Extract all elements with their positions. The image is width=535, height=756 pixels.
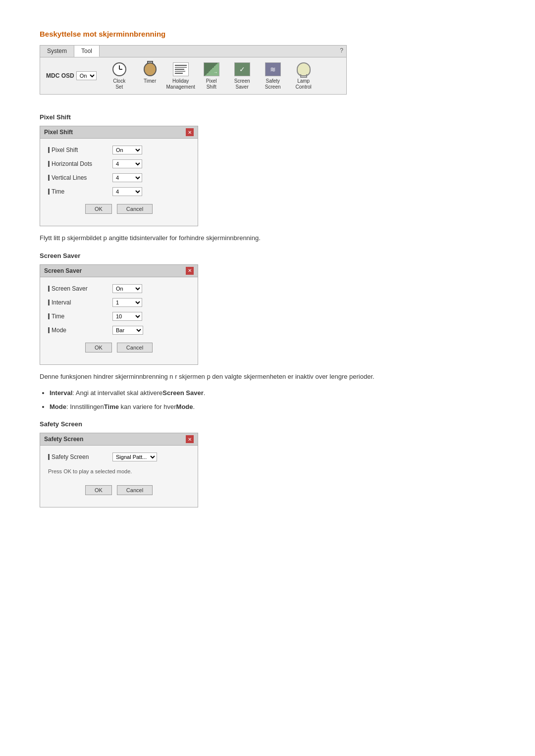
lamp-control-icon — [297, 62, 311, 76]
ss-time-select[interactable]: 10520 — [112, 312, 142, 321]
lamp-control-label: LampControl — [296, 78, 312, 90]
toolbar-tabs: System Tool ? — [40, 46, 346, 57]
ss-time-row: Time 10520 — [48, 312, 190, 321]
screen-saver-dialog-titlebar: Screen Saver ✕ — [40, 265, 198, 277]
bullet-interval: Interval: Angi at intervallet skal aktiv… — [50, 388, 495, 398]
pixel-time-row: Time 428 — [48, 187, 190, 196]
interval-select[interactable]: 125 — [112, 298, 142, 307]
safety-screen-dialog-body: Safety Screen Signal Patt... White Black… — [40, 446, 198, 507]
bullet-mode-bold2: Time — [104, 403, 119, 410]
safety-screen-icon — [265, 62, 281, 76]
bullet-interval-text: : Angi at intervallet skal aktivere — [72, 389, 162, 397]
holiday-icon-container — [171, 61, 190, 77]
horizontal-dots-indicator — [48, 161, 50, 167]
screen-saver-label: ScreenSaver — [234, 78, 250, 90]
safety-screen-indicator — [48, 454, 50, 460]
pixel-shift-close-button[interactable]: ✕ — [186, 128, 194, 136]
pixel-shift-value-select[interactable]: OnOff — [112, 146, 142, 154]
mode-row: Mode BarFadeMoving — [48, 326, 190, 335]
mode-indicator — [48, 327, 50, 333]
safety-screen-close-button[interactable]: ✕ — [186, 435, 194, 443]
screen-saver-icon-container — [233, 61, 252, 77]
horizontal-dots-label: Horizontal Dots — [48, 160, 107, 167]
screen-saver-field-label: Screen Saver — [48, 285, 107, 292]
screen-saver-cancel-button[interactable]: Cancel — [117, 343, 153, 353]
toolbar-item-holiday[interactable]: HolidayManagement — [167, 61, 195, 90]
pixel-shift-icon-container — [202, 61, 221, 77]
screen-saver-close-button[interactable]: ✕ — [186, 267, 194, 275]
timer-icon — [144, 62, 157, 76]
help-icon[interactable]: ? — [340, 47, 343, 54]
pixel-shift-dialog: Pixel Shift ✕ Pixel Shift OnOff Horizont… — [40, 126, 198, 226]
toolbar-body: MDC OSD On Off ClockSet Timer — [40, 57, 346, 94]
timer-label: Timer — [144, 78, 156, 84]
toolbar-item-clock-set[interactable]: ClockSet — [106, 61, 133, 90]
clock-set-icon — [110, 61, 129, 77]
screen-saver-value-select[interactable]: OnOff — [112, 284, 142, 293]
clock-set-label: ClockSet — [113, 78, 125, 90]
safety-screen-ok-button[interactable]: OK — [85, 485, 112, 495]
screen-saver-field-row: Screen Saver OnOff — [48, 284, 190, 293]
safety-screen-footer: OK Cancel — [48, 482, 190, 500]
safety-screen-cancel-button[interactable]: Cancel — [117, 485, 153, 495]
pixel-shift-label: PixelShift — [206, 78, 217, 90]
screen-saver-ok-button[interactable]: OK — [85, 343, 112, 353]
ss-time-label: Time — [48, 313, 107, 320]
bullet-interval-bold2: Screen Saver — [162, 389, 203, 397]
interval-label: Interval — [48, 299, 107, 306]
vertical-lines-select[interactable]: 428 — [112, 173, 142, 182]
holiday-icon — [173, 62, 189, 76]
safety-screen-label: SafetyScreen — [265, 78, 281, 90]
bullet-mode-end: . — [193, 403, 195, 410]
vertical-lines-label: Vertical Lines — [48, 174, 107, 181]
pixel-shift-field-row: Pixel Shift OnOff — [48, 146, 190, 154]
horizontal-dots-text: Horizontal Dots — [52, 160, 92, 167]
screen-saver-section-title: Screen Saver — [40, 252, 495, 259]
tab-system[interactable]: System — [40, 46, 74, 57]
screen-saver-dialog: Screen Saver ✕ Screen Saver OnOff Interv… — [40, 264, 198, 365]
toolbar-items: ClockSet Timer — [106, 61, 318, 90]
vertical-lines-indicator — [48, 175, 50, 181]
ss-time-indicator — [48, 313, 50, 319]
bullet-mode-text2: kan variere for hver — [119, 403, 176, 410]
safety-screen-field-row: Safety Screen Signal Patt... White Black — [48, 453, 190, 461]
toolbar-item-pixel-shift[interactable]: PixelShift — [198, 61, 225, 90]
pixel-shift-footer: OK Cancel — [48, 201, 190, 219]
mdc-osd-select[interactable]: On Off — [76, 71, 97, 80]
pixel-shift-indicator — [48, 147, 50, 153]
vertical-lines-text: Vertical Lines — [52, 174, 87, 181]
vertical-lines-row: Vertical Lines 428 — [48, 173, 190, 182]
horizontal-dots-row: Horizontal Dots 428 — [48, 159, 190, 168]
pixel-shift-dialog-titlebar: Pixel Shift ✕ — [40, 126, 198, 139]
pixel-shift-dialog-title: Pixel Shift — [44, 129, 73, 136]
pixel-time-select[interactable]: 428 — [112, 187, 142, 196]
tab-tool[interactable]: Tool — [74, 46, 100, 57]
screen-saver-dialog-body: Screen Saver OnOff Interval 125 Time 105… — [40, 277, 198, 364]
safety-screen-section-title: Safety Screen — [40, 420, 495, 428]
mode-text: Mode — [52, 327, 66, 334]
screen-saver-description: Denne funksjonen hindrer skjerminnbrenni… — [40, 372, 495, 382]
screen-saver-dialog-title: Screen Saver — [44, 267, 82, 274]
pixel-time-label: Time — [48, 188, 107, 195]
timer-icon-container — [141, 61, 160, 77]
interval-text: Interval — [52, 299, 71, 306]
safety-screen-value-select[interactable]: Signal Patt... White Black — [112, 453, 157, 461]
bullet-interval-end: . — [204, 389, 206, 397]
horizontal-dots-select[interactable]: 428 — [112, 159, 142, 168]
ss-time-text: Time — [52, 313, 64, 320]
toolbar-item-lamp-control[interactable]: LampControl — [290, 61, 318, 90]
safety-screen-field-label: Safety Screen — [48, 454, 107, 460]
mdc-osd-label: MDC OSD — [46, 72, 74, 79]
toolbar-item-timer[interactable]: Timer — [136, 61, 164, 90]
lamp-control-icon-container — [294, 61, 313, 77]
toolbar-item-safety-screen[interactable]: SafetyScreen — [259, 61, 287, 90]
safety-screen-dialog-title: Safety Screen — [44, 436, 83, 443]
mode-label: Mode — [48, 327, 107, 334]
pixel-shift-ok-button[interactable]: OK — [85, 204, 112, 214]
pixel-shift-cancel-button[interactable]: Cancel — [117, 204, 153, 214]
pixel-shift-description: Flytt litt p skjermbildet p angitte tids… — [40, 233, 495, 243]
toolbar-item-screen-saver[interactable]: ScreenSaver — [228, 61, 256, 90]
pixel-time-indicator — [48, 189, 50, 195]
safety-screen-icon-container — [264, 61, 282, 77]
mode-select[interactable]: BarFadeMoving — [112, 326, 143, 335]
